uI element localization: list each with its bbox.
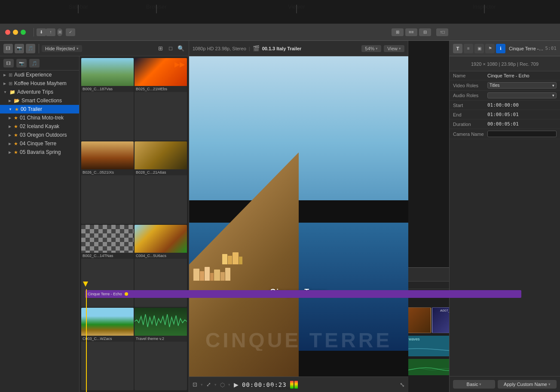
clip-label-4: B028_C...21A6as <box>135 169 187 175</box>
inspector-field-start: Start 01:00:00:00 <box>450 101 560 110</box>
trailer-label: 00 Trailer <box>21 106 42 112</box>
sidebar-item-bavaria[interactable]: ▶ ★ 05 Bavaria Spring <box>0 148 79 156</box>
trailer-chevron: ▼ <box>9 107 12 111</box>
inspector-field-name: Name Cinque Terre - Echo <box>450 71 560 80</box>
vu-right <box>294 381 298 389</box>
sidebar-item-adventure[interactable]: ▼ 📁 Adventure Trips <box>0 88 79 96</box>
basic-chevron: ▾ <box>479 382 481 386</box>
inspector-tab-text[interactable]: T <box>453 44 462 53</box>
inspector-label: Inspector <box>473 3 496 10</box>
duration-label: Duration <box>453 122 487 127</box>
bavaria-label: 05 Bavaria Spring <box>20 149 61 155</box>
duration-value: 00:00:05:01 <box>487 121 557 127</box>
group-clips-btn[interactable]: □ <box>166 45 175 52</box>
close-button[interactable] <box>5 30 10 35</box>
basic-dropdown-btn[interactable]: Basic ▾ <box>453 380 495 389</box>
audi-label: Audi Experience <box>14 72 52 78</box>
title-clip[interactable]: Cinque Terre - Echo <box>85 290 521 298</box>
cinque-chevron: ▶ <box>9 142 11 146</box>
music-icon-btn[interactable]: 🎵 <box>26 44 35 53</box>
inspector-field-end: End 01:00:05:01 <box>450 110 560 119</box>
browser-clip-4[interactable]: B028_C...21A6as <box>135 141 187 224</box>
scene-info-text: 1920 × 1080 | 23.98p | Rec. 709 <box>471 61 539 67</box>
view-chevron: ▾ <box>399 46 401 51</box>
viewer-toolbar: 1080p HD 23.98p, Stereo | 🎬 00.1.3 Italy… <box>189 41 408 56</box>
zoom-chevron: ▾ <box>376 46 378 51</box>
sidebar-item-koffee[interactable]: ▶ ⊞ Koffee House Mayhem <box>0 79 79 88</box>
oregon-label: 03 Oregon Outdoors <box>20 132 67 138</box>
import-button[interactable]: ⬇ <box>37 28 46 36</box>
camera-name-input[interactable] <box>487 131 557 137</box>
inspector-duration-header: 5:01 <box>545 46 557 51</box>
inspector-field-camera: Camera Name <box>450 129 560 139</box>
title-clip-label: Cinque Terre - Echo <box>88 292 122 296</box>
viewer-color-btn[interactable]: ◌ <box>220 381 225 388</box>
sidebar-item-iceland[interactable]: ▶ ★ 02 Iceland Kayak <box>0 122 79 131</box>
grid-view-button[interactable]: ⊞ <box>392 28 404 36</box>
clip-label-2: B025_C...21MEbs <box>135 86 187 92</box>
inspector-tab-flag[interactable]: ⚑ <box>485 44 495 53</box>
browser-clip-8[interactable]: Travel theme v.2 <box>135 308 187 390</box>
video-roles-select[interactable]: Titles ▾ <box>487 82 557 89</box>
oregon-star: ★ <box>14 132 18 138</box>
inspector-tab-lines[interactable]: ≡ <box>464 44 473 53</box>
oregon-chevron: ▶ <box>9 133 11 137</box>
ruler-playhead <box>85 282 88 287</box>
adventure-chevron: ▼ <box>3 90 7 94</box>
viewer-clip-ref: 00.1.3 Italy Trailer <box>262 46 302 51</box>
inspector-panel: 1920 × 1080 | 23.98p | Rec. 709 Name Cin… <box>449 56 560 392</box>
browser-clip-7[interactable]: C003_C...WZacs <box>81 308 134 390</box>
clip-label-1: B009_C...187Vas <box>81 86 134 92</box>
inspector-tab-info[interactable]: ℹ <box>496 44 505 53</box>
share-export-button[interactable]: ↑□ <box>436 28 448 36</box>
clip-appearance-btn[interactable]: ⊞ <box>156 45 165 52</box>
clip-label-6: C004_C...5U6acs <box>135 253 187 259</box>
sidebar-item-00trailer[interactable]: ▼ ★ 00 Trailer <box>0 105 79 113</box>
audi-icon: ⊞ <box>9 72 12 78</box>
viewer-screen-btn[interactable]: ⊡ <box>193 381 197 388</box>
sidebar-libraries-btn[interactable]: 🎞 <box>3 59 14 67</box>
view-label: View <box>387 46 398 51</box>
koffee-label: Koffee House Mayhem <box>14 80 67 86</box>
sidebar-music-btn[interactable]: 🎵 <box>29 59 40 67</box>
filter-dropdown[interactable]: Hide Rejected ▾ <box>42 45 82 52</box>
audio-roles-select[interactable]: ▾ <box>487 92 557 98</box>
viewer-timecode: 00:00:00:23 <box>242 381 287 388</box>
zoom-dropdown[interactable]: 54% ▾ <box>361 45 381 52</box>
name-label: Name <box>453 73 487 78</box>
sidebar-photos-btn[interactable]: 📷 <box>16 59 27 67</box>
apply-custom-name-btn[interactable]: Apply Custom Name ▾ <box>498 380 557 389</box>
sidebar-item-china[interactable]: ▶ ★ 01 China Moto-trek <box>0 113 79 122</box>
search-btn[interactable]: 🔍 <box>177 45 185 52</box>
bavaria-chevron: ▶ <box>9 150 11 154</box>
minimize-button[interactable] <box>13 30 18 35</box>
clip-label-3: B026_C...0521IXs <box>81 169 134 175</box>
viewer-fullscreen-btn[interactable]: ⤡ <box>400 381 405 388</box>
sidebar-item-cinque[interactable]: ▶ ★ 04 Cinque Terre <box>0 139 79 148</box>
fullscreen-button[interactable] <box>21 30 26 35</box>
end-value: 01:00:05:01 <box>487 112 557 117</box>
waveform-preview <box>135 308 187 336</box>
sidebar: 🎞 📷 🎵 ▶ ⊞ Audi Experience ▶ ⊞ Koffee Hou… <box>0 56 80 392</box>
inspector-view-button[interactable]: ⊟ <box>419 28 431 36</box>
sidebar-item-audi[interactable]: ▶ ⊞ Audi Experience <box>0 70 79 79</box>
library-icon-btn[interactable]: 🎞 <box>3 44 13 53</box>
inspector-field-audio-roles: Audio Roles ▾ <box>450 91 560 101</box>
video-roles-chevron: ▾ <box>552 83 554 88</box>
photo-icon-btn[interactable]: 📷 <box>15 44 24 53</box>
viewer-controls: ⊡ ▾ ⤢ ▾ ◌ ▾ ▶ 00:00:00:23 ⤡ <box>189 377 408 392</box>
sidebar-item-smart-collections[interactable]: ▶ 📂 Smart Collections <box>0 96 79 105</box>
end-label: End <box>453 112 487 117</box>
inspector-tab-video[interactable]: ▣ <box>474 44 484 53</box>
share-button[interactable]: ↑ <box>46 28 55 36</box>
viewer-play-button[interactable]: ▶ <box>234 381 239 388</box>
list-view-button[interactable]: ≡≡ <box>405 28 417 36</box>
browser-clip-2[interactable]: ▶▶ B025_C...21MEbs <box>135 58 187 141</box>
smart-folder-icon: 📂 <box>14 98 20 104</box>
view-dropdown[interactable]: View ▾ <box>384 45 404 52</box>
sidebar-item-oregon[interactable]: ▶ ★ 03 Oregon Outdoors <box>0 131 79 139</box>
viewer-transform-btn[interactable]: ⤢ <box>206 381 211 388</box>
adventure-folder-icon: 📁 <box>9 89 15 95</box>
browser-clip-1[interactable]: B009_C...187Vas <box>81 58 134 141</box>
browser-clip-3[interactable]: B026_C...0521IXs <box>81 141 134 224</box>
